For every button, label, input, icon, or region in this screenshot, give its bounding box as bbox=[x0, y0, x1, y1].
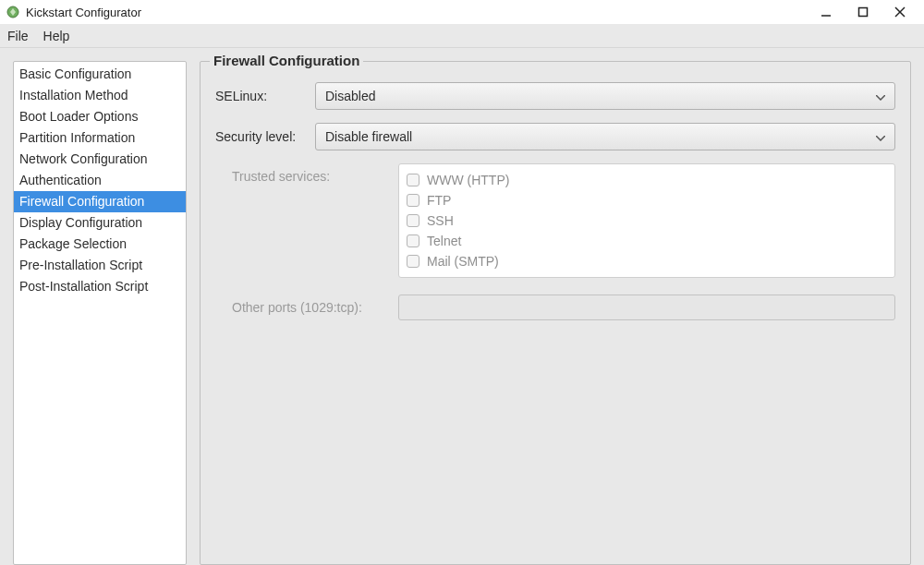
firewall-frame: Firewall Configuration SELinux: Disabled… bbox=[200, 61, 911, 565]
service-label: Mail (SMTP) bbox=[427, 254, 499, 269]
window-title: Kickstart Configurator bbox=[26, 6, 141, 19]
checkbox-icon bbox=[407, 194, 419, 207]
checkbox-icon bbox=[407, 234, 419, 247]
securitylevel-combo[interactable]: Disable firewall bbox=[315, 123, 895, 150]
svg-rect-2 bbox=[859, 8, 868, 17]
sidebar-item-partition-information[interactable]: Partition Information bbox=[14, 127, 186, 149]
close-button[interactable] bbox=[881, 0, 918, 24]
sidebar-item-authentication[interactable]: Authentication bbox=[14, 170, 186, 191]
service-ftp[interactable]: FTP bbox=[407, 190, 887, 210]
sidebar-item-pre-installation-script[interactable]: Pre-Installation Script bbox=[14, 255, 186, 276]
service-telnet[interactable]: Telnet bbox=[407, 231, 887, 251]
sidebar-item-post-installation-script[interactable]: Post-Installation Script bbox=[14, 276, 186, 297]
service-ssh[interactable]: SSH bbox=[407, 210, 887, 231]
selinux-value: Disabled bbox=[325, 89, 375, 103]
app-icon bbox=[6, 5, 20, 19]
service-label: WWW (HTTP) bbox=[427, 173, 509, 187]
sidebar-item-display-configuration[interactable]: Display Configuration bbox=[14, 212, 186, 234]
sidebar-item-network-configuration[interactable]: Network Configuration bbox=[14, 149, 186, 170]
sidebar-item-basic-configuration[interactable]: Basic Configuration bbox=[14, 64, 186, 85]
chevron-down-icon bbox=[876, 129, 885, 144]
menubar: File Help bbox=[0, 24, 924, 48]
maximize-button[interactable] bbox=[845, 0, 881, 24]
chevron-down-icon bbox=[876, 89, 885, 103]
sidebar-item-boot-loader-options[interactable]: Boot Loader Options bbox=[14, 106, 186, 127]
workarea: Basic Configuration Installation Method … bbox=[0, 48, 924, 565]
service-www-http[interactable]: WWW (HTTP) bbox=[407, 170, 887, 190]
service-label: SSH bbox=[427, 213, 454, 228]
sidebar-item-firewall-configuration[interactable]: Firewall Configuration bbox=[14, 191, 186, 212]
trusted-services-box: WWW (HTTP) FTP SSH Telnet bbox=[398, 163, 895, 278]
selinux-label: SELinux: bbox=[215, 89, 315, 103]
menu-help[interactable]: Help bbox=[43, 29, 70, 43]
menu-file[interactable]: File bbox=[7, 29, 29, 43]
securitylevel-label: Security level: bbox=[215, 129, 315, 144]
row-selinux: SELinux: Disabled bbox=[215, 82, 895, 110]
minimize-button[interactable] bbox=[808, 0, 845, 24]
service-label: Telnet bbox=[427, 234, 461, 248]
main-panel: Firewall Configuration SELinux: Disabled… bbox=[200, 61, 924, 565]
service-mail-smtp[interactable]: Mail (SMTP) bbox=[407, 251, 887, 271]
other-ports-label: Other ports (1029:tcp): bbox=[232, 300, 398, 315]
service-label: FTP bbox=[427, 193, 451, 208]
trusted-services-label: Trusted services: bbox=[232, 163, 380, 278]
trusted-services-section: Trusted services: WWW (HTTP) FTP SSH bbox=[232, 163, 895, 278]
checkbox-icon bbox=[407, 174, 419, 186]
other-ports-row: Other ports (1029:tcp): bbox=[232, 295, 895, 320]
row-securitylevel: Security level: Disable firewall bbox=[215, 123, 895, 150]
sidebar-item-installation-method[interactable]: Installation Method bbox=[14, 85, 186, 106]
titlebar: Kickstart Configurator bbox=[0, 0, 924, 24]
frame-title: Firewall Configuration bbox=[210, 53, 363, 68]
sidebar: Basic Configuration Installation Method … bbox=[13, 61, 187, 565]
checkbox-icon bbox=[407, 255, 419, 268]
selinux-combo[interactable]: Disabled bbox=[315, 82, 895, 110]
securitylevel-value: Disable firewall bbox=[325, 129, 412, 144]
checkbox-icon bbox=[407, 214, 419, 227]
sidebar-item-package-selection[interactable]: Package Selection bbox=[14, 234, 186, 255]
other-ports-input[interactable] bbox=[398, 295, 895, 320]
